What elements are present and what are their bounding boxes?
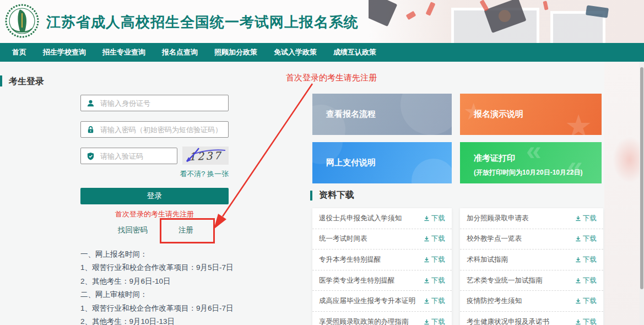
download-name: 享受照顾录取政策的办理指南 <box>319 317 409 325</box>
download-link[interactable]: 下载 <box>575 296 597 306</box>
background-strip <box>604 62 644 325</box>
download-row: 享受照顾录取政策的办理指南 下载 <box>312 312 452 325</box>
captcha-input[interactable] <box>99 151 177 161</box>
download-label: 下载 <box>583 276 597 285</box>
download-name: 专升本考生特别提醒 <box>319 255 381 264</box>
circle-decoration <box>401 94 452 135</box>
download-icon <box>424 257 430 263</box>
download-icon <box>424 236 430 242</box>
download-name: 医学类专业考生特别提醒 <box>319 276 395 285</box>
card-view-registration-flow[interactable]: 查看报名流程 <box>312 94 452 135</box>
download-name: 校外教学点一览表 <box>467 234 522 243</box>
shield-check-icon <box>86 152 95 160</box>
download-row: 退役士兵申报免试入学须知 下载 <box>312 208 452 229</box>
graduation-cap <box>369 0 397 26</box>
notice-line: 2、其他考生：9月6日-10日 <box>80 275 234 288</box>
download-label: 下载 <box>431 296 445 306</box>
card-print-admission-ticket[interactable]: « « 准考证打印 (开放打印时间为10月20日-10月22日) <box>460 142 602 183</box>
notice-list: 一、网上报名时间： 1、艰苦行业和校企合作改革项目：9月5日-7日 2、其他考生… <box>80 248 234 325</box>
download-icon <box>575 257 581 263</box>
download-link[interactable]: 下载 <box>575 276 597 285</box>
download-icon <box>424 278 430 284</box>
header-background-photo <box>369 0 644 43</box>
download-link[interactable]: 下载 <box>424 214 445 223</box>
download-icon <box>424 298 430 304</box>
nav-item-school-query[interactable]: 招生学校查询 <box>43 47 86 57</box>
id-number-input[interactable] <box>99 99 228 108</box>
download-label: 下载 <box>583 234 597 243</box>
chevron-decoration: « <box>526 142 542 166</box>
downloads-section-title: 资料下载 <box>319 189 354 201</box>
download-name: 艺术类专业统一加试指南 <box>467 276 543 285</box>
nav-item-site-query[interactable]: 报名点查询 <box>162 47 198 57</box>
scrollbar-thumb[interactable] <box>640 67 643 289</box>
nav-item-bonus-policy[interactable]: 照顾加分政策 <box>214 47 257 57</box>
site-title: 江苏省成人高校招生全国统一考试网上报名系统 <box>46 13 359 32</box>
download-row: 校外教学点一览表 下载 <box>460 229 603 250</box>
download-row: 医学类专业考生特别提醒 下载 <box>312 270 452 291</box>
notice-line: 1、艰苦行业和校企合作改革项目：9月6日-7日 <box>80 302 234 315</box>
download-link[interactable]: 下载 <box>575 214 597 223</box>
download-link[interactable]: 下载 <box>424 317 445 325</box>
download-link[interactable]: 下载 <box>424 276 445 285</box>
login-accent-bar <box>0 75 2 86</box>
page: 江苏省成人高校招生全国统一考试网上报名系统 首页 招生学校查询 招生专业查询 报… <box>0 0 644 325</box>
password-field[interactable] <box>80 121 229 138</box>
download-link[interactable]: 下载 <box>575 317 597 325</box>
captcha-field[interactable] <box>80 148 177 164</box>
graduation-cap-detail <box>499 10 511 22</box>
card-label: 网上支付说明 <box>326 158 376 168</box>
download-link[interactable]: 下载 <box>575 234 597 243</box>
login-button[interactable]: 登录 <box>80 188 229 204</box>
star-decoration: ★ <box>565 108 592 135</box>
login-section-title: 考生登录 <box>9 76 44 88</box>
download-row: 统一考试时间表 下载 <box>312 229 452 250</box>
card-subtitle: (开放打印时间为10月20日-10月22日) <box>474 168 582 177</box>
download-name: 退役士兵申报免试入学须知 <box>319 214 402 223</box>
download-icon <box>424 215 430 221</box>
annotation-register-hint: 首次登录的考生请先注册 <box>286 73 377 83</box>
download-label: 下载 <box>431 317 445 325</box>
download-link[interactable]: 下载 <box>575 255 597 264</box>
tassel <box>406 11 416 20</box>
school-emblem-logo <box>4 3 40 39</box>
download-icon <box>575 236 581 242</box>
download-link[interactable]: 下载 <box>424 296 445 306</box>
id-number-field[interactable] <box>80 95 229 111</box>
main-nav: 首页 招生学校查询 招生专业查询 报名点查询 照顾加分政策 免试入学政策 成绩互… <box>0 43 644 62</box>
download-label: 下载 <box>583 214 597 223</box>
header: 江苏省成人高校招生全国统一考试网上报名系统 <box>0 0 644 43</box>
download-link[interactable]: 下载 <box>424 234 445 243</box>
nav-item-major-query[interactable]: 招生专业查询 <box>102 47 145 57</box>
card-registration-demo[interactable]: ★ ★ 报名演示说明 <box>460 94 602 135</box>
download-icon <box>575 319 581 325</box>
download-label: 下载 <box>431 234 445 243</box>
password-input[interactable] <box>99 125 228 134</box>
download-row: 艺术类专业统一加试指南 下载 <box>460 270 603 291</box>
captcha-image[interactable]: 1237 <box>182 147 229 165</box>
download-name: 统一考试时间表 <box>319 234 367 243</box>
download-label: 下载 <box>583 317 597 325</box>
circle-decoration <box>412 159 452 183</box>
card-label: 准考证打印 <box>474 153 515 164</box>
download-label: 下载 <box>431 276 445 285</box>
download-icon <box>575 278 581 284</box>
notice-line: 一、网上报名时间： <box>80 248 234 261</box>
register-highlight-box <box>160 218 215 243</box>
card-online-payment-info[interactable]: 网上支付说明 <box>312 142 452 183</box>
download-row: 成高应届毕业生报考专升本证明 下载 <box>312 291 452 312</box>
nav-item-score-policy[interactable]: 成绩互认政策 <box>333 47 376 57</box>
download-row: 疫情防控考生须知 下载 <box>460 291 603 312</box>
download-row: 术科加试指南 下载 <box>460 250 603 270</box>
download-row: 考生健康状况申报及承诺书 下载 <box>460 312 603 325</box>
forgot-password-link[interactable]: 找回密码 <box>118 225 148 235</box>
nav-item-home[interactable]: 首页 <box>12 47 26 57</box>
nav-item-exempt-policy[interactable]: 免试入学政策 <box>274 47 317 57</box>
captcha-refresh-link[interactable]: 看不清? 换一张 <box>80 169 229 179</box>
card-label: 报名演示说明 <box>474 109 523 120</box>
notice-line: 2、其他考生：9月10日-13日 <box>80 315 234 325</box>
download-link[interactable]: 下载 <box>424 255 445 264</box>
download-row: 加分照顾录取申请表 下载 <box>460 208 603 229</box>
downloads-accent-bar <box>310 191 312 201</box>
download-name: 加分照顾录取申请表 <box>467 214 529 223</box>
